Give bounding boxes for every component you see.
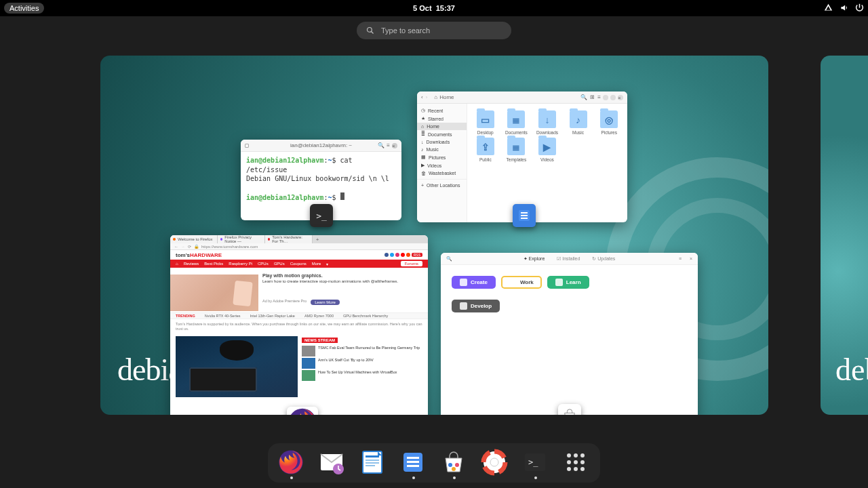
files-sidebar-recent[interactable]: ◷Recent [417,106,467,115]
files-sidebar-wastebasket[interactable]: 🗑Wastebasket [417,169,467,177]
ticker-item[interactable]: GPU Benchmark Hierarchy [343,314,388,318]
files-sidebar-documents[interactable]: ≣Documents [417,130,467,138]
nav-reviews[interactable]: Reviews [184,262,199,266]
clock[interactable]: 5 Oct 15:37 [413,4,455,12]
dash-show-apps[interactable] [562,449,591,476]
pill-icon [460,279,467,286]
dash-files[interactable] [399,449,428,476]
files-sidebar-music[interactable]: ♪Music [417,146,467,153]
browser-back-icon[interactable]: ← [174,245,178,249]
activities-button[interactable]: Activities [4,3,44,14]
files-sidebar-videos[interactable]: ▶Videos [417,161,467,169]
nav-more-chevron[interactable]: ▾ [326,262,328,266]
folder-videos[interactable]: ▶Videos [538,138,556,162]
files-pathbar[interactable]: ⌂ Home [434,94,454,100]
window-files[interactable]: ‹ › ⌂ Home 🔍 ⊞ ≡ × ◷Recent★Starred⌂Home≣… [417,92,627,222]
workspace-next[interactable]: deb [821,56,868,415]
dash-help[interactable] [481,449,509,476]
folder-desktop[interactable]: ▭Desktop [477,110,494,135]
browser-tab-0[interactable]: Welcome to Firefox [170,235,218,243]
folder-music[interactable]: ♪Music [570,110,587,135]
terminal-body[interactable]: ian@debian12alphavm:~$ cat /etc/issue De… [241,152,401,207]
files-view-icon[interactable]: ⊞ [590,94,595,100]
files-min-icon[interactable] [603,95,608,100]
files-search-icon[interactable]: 🔍 [580,94,587,100]
ticker-item[interactable]: Nvidia RTX 40-Series [205,314,241,318]
pill-create[interactable]: Create [452,276,496,289]
browser-urlbar[interactable]: ← → ⟳ 🔒 https://www.tomshardware.com [170,243,428,250]
software-tab-updates[interactable]: ↻ Updates [592,256,615,262]
files-back-icon[interactable]: ‹ [421,94,423,100]
terminal-close-icon[interactable]: × [392,143,397,148]
ticker-item[interactable]: AMD Ryzen 7000 [304,314,334,318]
folder-downloads[interactable]: ↓Downloads [536,110,558,135]
terminal-search-icon[interactable]: 🔍 [378,142,384,148]
files-menu-icon[interactable]: ≡ [597,94,601,100]
sidebar-item-icon: ★ [421,116,425,121]
software-close-icon[interactable]: × [690,256,692,261]
browser-tab-1[interactable]: Firefox Privacy Notice — [218,235,265,243]
tab-favicon [173,238,176,241]
folder-documents[interactable]: ≣Documents [505,110,528,135]
browser-tabstrip: Welcome to FirefoxFirefox Privacy Notice… [170,235,428,243]
folder-templates[interactable]: ≣Templates [507,138,527,162]
files-sidebar-pictures[interactable]: ▦Pictures [417,153,467,161]
svg-point-36 [574,467,578,471]
dash-software[interactable] [440,449,469,476]
software-search-icon[interactable]: 🔍 [446,256,452,262]
nav-cpus[interactable]: CPUs [258,262,269,266]
files-sidebar-home[interactable]: ⌂Home [417,123,467,130]
overview-search[interactable]: Type to search [357,22,511,39]
folder-pictures[interactable]: ◎Pictures [600,110,618,135]
nav-coupons[interactable]: Coupons [290,262,307,266]
social-icons[interactable]: RSS [384,253,422,257]
nav-forums[interactable]: Forums [401,261,422,266]
nav-home-icon[interactable]: ⌂ [176,262,178,266]
pill-work[interactable]: Work [501,276,542,289]
hero-cta[interactable]: Learn More [311,300,340,305]
software-tab-installed[interactable]: ☑ Installed [557,256,580,262]
window-firefox[interactable]: Welcome to FirefoxFirefox Privacy Notice… [170,235,428,415]
news-item-1[interactable]: Arm's UK Staff Cut 'By up to 20%' [302,358,422,369]
software-headerbar: 🔍 ✦ Explore☑ Installed↻ Updates ≡ × [441,253,698,265]
hero-image[interactable] [170,270,258,311]
svg-point-34 [580,460,585,464]
folder-public[interactable]: ⇪Public [477,138,494,162]
folder-label: Templates [507,157,527,162]
files-sidebar-starred[interactable]: ★Starred [417,115,467,123]
dash-terminal[interactable]: >_ [521,449,550,476]
new-tab-icon[interactable] [245,144,249,148]
terminal-menu-icon[interactable]: ≡ [387,142,390,148]
software-menu-icon[interactable]: ≡ [679,256,682,261]
nav-more[interactable]: More [312,262,321,266]
nav-best-picks[interactable]: Best Picks [204,262,223,266]
files-sidebar-downloads[interactable]: ↓Downloads [417,138,467,146]
sidebar-item-icon: ▦ [421,155,426,160]
news-item-0[interactable]: TSMC Fab Eval Team Rumored to Be Plannin… [302,346,422,357]
software-tab-explore[interactable]: ✦ Explore [524,256,545,262]
browser-tab-2[interactable]: Tom's Hardware: For Th… [265,235,313,243]
volume-icon[interactable] [840,3,848,14]
network-icon[interactable] [824,3,833,14]
dash-evolution-mail[interactable] [318,449,347,476]
ticker-item[interactable]: Intel 13th-Gen Raptor Lake [250,314,295,318]
power-icon[interactable] [855,3,864,14]
lead-article-image[interactable] [176,336,298,397]
news-item-2[interactable]: How To Set Up Virtual Machines with Virt… [302,370,422,381]
dash-libreoffice-writer[interactable] [359,449,387,476]
files-max-icon[interactable] [610,95,616,100]
files-sidebar-other-locations[interactable]: +Other Locations [417,182,467,189]
nav-raspberry-pi[interactable]: Raspberry Pi [229,262,252,266]
files-forward-icon[interactable]: › [426,94,428,100]
files-close-icon[interactable]: × [618,95,623,100]
window-software[interactable]: 🔍 ✦ Explore☑ Installed↻ Updates ≡ × Crea… [441,253,698,415]
pill-learn[interactable]: Learn [547,276,589,289]
terminal-output: Debian GNU/Linux bookworm/sid \n \l [246,175,389,182]
browser-new-tab[interactable]: + [313,235,322,243]
site-logo[interactable]: tom'sHARDWARE [176,252,222,258]
pill-develop[interactable]: Develop [452,300,500,312]
dash-firefox[interactable] [277,449,306,476]
browser-forward-icon[interactable]: → [181,245,185,249]
nav-gpus[interactable]: GPUs [274,262,285,266]
browser-reload-icon[interactable]: ⟳ [188,244,191,249]
